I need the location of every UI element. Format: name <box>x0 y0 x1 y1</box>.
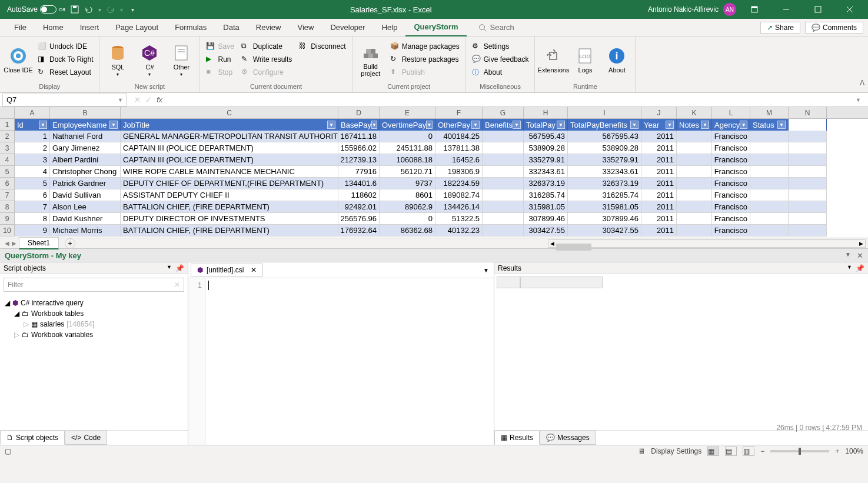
sql-button[interactable]: SQL▾ <box>103 40 132 80</box>
cancel-formula-icon[interactable]: ✕ <box>134 95 141 104</box>
cell[interactable]: 118602 <box>338 189 380 201</box>
cell[interactable] <box>677 142 712 154</box>
cell[interactable]: 335279.91 <box>524 154 568 166</box>
tab-help[interactable]: Help <box>374 19 406 36</box>
col-header-E[interactable]: E <box>380 107 435 118</box>
filter-dropdown-icon[interactable]: ▼ <box>666 121 674 129</box>
clear-filter-icon[interactable]: ✕ <box>174 281 180 289</box>
cell[interactable]: 2011 <box>641 189 677 201</box>
view-normal-icon[interactable]: ▦ <box>707 447 719 456</box>
cell[interactable] <box>677 131 712 142</box>
cell[interactable] <box>789 201 827 213</box>
cell[interactable]: 567595.43 <box>524 131 568 142</box>
cell[interactable]: 51322.5 <box>435 213 483 225</box>
cell[interactable] <box>789 154 827 166</box>
filter-dropdown-icon[interactable]: ▼ <box>39 121 47 129</box>
cell[interactable]: 8601 <box>380 189 435 201</box>
undo-icon[interactable] <box>84 5 94 14</box>
cell[interactable] <box>677 166 712 178</box>
editor-tab[interactable]: ⬢ [untitled].csi ✕ <box>191 264 263 277</box>
redo-icon[interactable] <box>106 5 115 14</box>
cell[interactable] <box>750 178 789 189</box>
cell[interactable]: 155966.02 <box>338 142 380 154</box>
cell[interactable]: 2011 <box>641 166 677 178</box>
tab-formulas[interactable]: Formulas <box>167 19 215 36</box>
table-header-Status[interactable]: Status▼ <box>750 119 789 131</box>
cell[interactable]: San Francisco <box>712 131 750 142</box>
cell[interactable]: Alson Lee <box>50 201 121 213</box>
row-header-2[interactable]: 2 <box>0 131 15 142</box>
accept-formula-icon[interactable]: ✓ <box>145 95 152 104</box>
logs-button[interactable]: LOGLogs <box>570 40 600 80</box>
sheet-tab[interactable]: Sheet1 <box>19 237 59 249</box>
close-tab-icon[interactable]: ✕ <box>251 266 257 274</box>
cell[interactable]: 2011 <box>641 154 677 166</box>
cell[interactable]: CAPTAIN III (POLICE DEPARTMENT) <box>121 142 338 154</box>
name-box[interactable]: Q7 ▼ <box>2 94 127 106</box>
pin-icon[interactable]: 📌 <box>856 264 864 272</box>
undock-ide-button[interactable]: ⬜Undock IDE <box>35 40 95 53</box>
cell[interactable]: 326373.19 <box>568 178 641 189</box>
tab-file[interactable]: File <box>6 19 35 36</box>
table-header-Year[interactable]: Year▼ <box>641 119 677 131</box>
col-header-N[interactable]: N <box>789 107 827 118</box>
cell[interactable]: San Francisco <box>712 166 750 178</box>
filter-dropdown-icon[interactable]: ▼ <box>513 121 521 129</box>
cell[interactable] <box>789 178 827 189</box>
hscroll-right-icon[interactable]: ▶ <box>857 241 865 247</box>
cell[interactable]: 332343.61 <box>568 166 641 178</box>
save-icon[interactable] <box>70 5 79 14</box>
run-button[interactable]: ▶Run <box>204 53 236 66</box>
cell[interactable]: 315981.05 <box>524 201 568 213</box>
zoom-slider[interactable] <box>770 450 829 452</box>
about-misc-button[interactable]: ⓘAbout <box>470 66 531 79</box>
cell[interactable] <box>483 178 524 189</box>
cell[interactable] <box>750 166 789 178</box>
formula-expand-icon[interactable]: ▼ <box>856 97 861 103</box>
cell[interactable] <box>483 201 524 213</box>
table-header-OtherPay[interactable]: OtherPay▼ <box>435 119 483 131</box>
tab-view[interactable]: View <box>289 19 322 36</box>
pin-icon[interactable]: 📌 <box>175 264 184 272</box>
cell[interactable]: 198306.9 <box>435 166 483 178</box>
build-project-button[interactable]: Build project <box>356 40 385 80</box>
cell[interactable]: 77916 <box>338 166 380 178</box>
tree-tables[interactable]: ◢🗀Workbook tables <box>14 308 183 319</box>
cell[interactable] <box>483 213 524 225</box>
new-sheet-button[interactable]: + <box>65 238 75 249</box>
col-header-A[interactable]: A <box>15 107 50 118</box>
row-header-4[interactable]: 4 <box>0 154 15 166</box>
close-ide-button[interactable]: Close IDE <box>4 40 33 80</box>
cell[interactable] <box>750 131 789 142</box>
tab-querystorm[interactable]: QueryStorm <box>405 19 466 36</box>
tree-table-salaries[interactable]: ▷▦salaries [148654] <box>24 319 183 329</box>
dock-right-button[interactable]: ◨Dock To Right <box>35 53 95 66</box>
col-header-L[interactable]: L <box>712 107 750 118</box>
cell[interactable] <box>789 142 827 154</box>
filter-dropdown-icon[interactable]: ▼ <box>109 121 118 129</box>
cell[interactable]: BATTALION CHIEF, (FIRE DEPARTMENT) <box>121 201 338 213</box>
configure-button[interactable]: ⚙Configure <box>239 66 294 79</box>
filter-dropdown-icon[interactable]: ▼ <box>327 121 335 129</box>
cell[interactable]: San Francisco <box>712 213 750 225</box>
cell[interactable]: Patrick Gardner <box>50 178 121 189</box>
cell[interactable]: CAPTAIN III (POLICE DEPARTMENT) <box>121 154 338 166</box>
row-header-5[interactable]: 5 <box>0 166 15 178</box>
cell[interactable]: San Francisco <box>712 201 750 213</box>
qs-close-icon[interactable]: ✕ <box>857 251 863 260</box>
cell[interactable]: 335279.91 <box>568 154 641 166</box>
cell[interactable]: 316285.74 <box>524 189 568 201</box>
cell[interactable]: 8 <box>15 213 50 225</box>
extensions-button[interactable]: Extensions <box>538 40 568 80</box>
row-header-7[interactable]: 7 <box>0 189 15 201</box>
cell[interactable]: 92492.01 <box>338 201 380 213</box>
cell[interactable] <box>483 225 524 236</box>
cell[interactable]: 0 <box>380 213 435 225</box>
col-header-J[interactable]: J <box>641 107 677 118</box>
col-header-K[interactable]: K <box>677 107 712 118</box>
cell[interactable]: 538909.28 <box>568 142 641 154</box>
record-macro-icon[interactable]: ▢ <box>5 447 11 455</box>
cell[interactable] <box>677 201 712 213</box>
select-all-corner[interactable] <box>0 107 15 118</box>
cell[interactable] <box>483 189 524 201</box>
